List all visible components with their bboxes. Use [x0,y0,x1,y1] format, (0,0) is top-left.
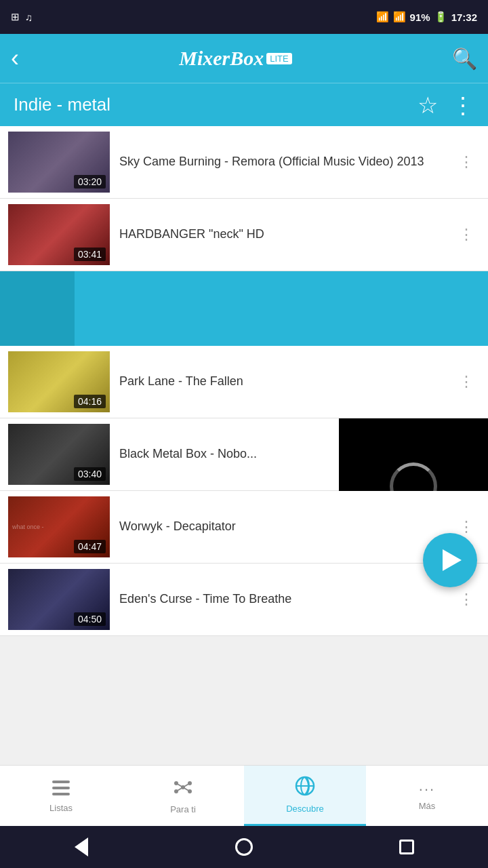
recents-icon [399,840,414,854]
playlist-header: Indie - metal ☆ ⋮ [0,83,488,126]
battery-percent: 91% [410,12,430,23]
track-item[interactable]: 04:16 Park Lane - The Fallen ⋮ [0,346,488,418]
battery-icon: 🔋 [434,11,447,23]
track-title: Eden's Curse - Time To Breathe [110,591,453,608]
wifi-icon: 📶 [376,11,389,23]
track-item[interactable]: 03:40 Black Metal Box - Nobo... ⋮ [0,418,488,491]
track-duration: 04:50 [74,612,106,626]
home-button[interactable] [232,835,256,859]
track-item[interactable]: 04:50 Eden's Curse - Time To Breathe ⋮ [0,564,488,636]
logo: MixerBox LITE [179,47,291,70]
listas-icon [52,779,70,800]
track-list: 03:20 Sky Came Burning - Remora (Officia… [0,126,488,636]
mas-icon: ··· [419,781,435,798]
music-icon: ♫ [25,12,33,23]
track-menu-button[interactable]: ⋮ [453,368,480,396]
status-bar: ⊞ ♫ 📶 📶 91% 🔋 17:32 [0,0,488,34]
track-duration: 04:16 [74,395,106,408]
nav-mas-label: Más [419,801,436,811]
svg-rect-2 [52,793,70,795]
recents-button[interactable] [394,835,419,859]
track-duration: 04:47 [74,540,106,553]
track-thumbnail: 03:40 [8,424,110,485]
track-title: Worwyk - Decapitator [110,518,453,535]
track-duration: 03:41 [74,248,106,261]
descubre-icon [295,776,315,801]
playlist-title: Indie - metal [14,94,110,115]
track-duration: 03:40 [74,467,106,481]
track-item[interactable]: 03:20 Sky Came Burning - Remora (Officia… [0,126,488,199]
nav-listas-label: Listas [49,803,73,813]
logo-text: MixerBox [179,47,264,70]
back-icon [75,837,88,856]
track-thumbnail: what once - 04:47 [8,496,110,557]
sim-icon: 📶 [393,11,406,23]
play-icon [443,549,462,571]
svg-line-8 [176,783,183,787]
search-button[interactable]: 🔍 [452,47,477,71]
nav-listas[interactable]: Listas [0,766,122,826]
track-item[interactable]: 03:41 HARDBANGER "neck" HD ⋮ [0,199,488,271]
svg-line-10 [176,787,183,791]
logo-lite: LITE [266,53,291,64]
back-button[interactable]: ‹ [11,44,19,73]
track-thumbnail: 04:50 [8,569,110,630]
nav-paraTi-label: Para ti [170,804,196,814]
status-right: 📶 📶 91% 🔋 17:32 [376,11,477,23]
clock: 17:32 [451,12,477,23]
track-title: Park Lane - The Fallen [110,373,453,390]
playlist-actions: ☆ ⋮ [418,92,474,119]
top-bar: ‹ MixerBox LITE 🔍 [0,34,488,83]
nav-paraTi[interactable]: Para ti [122,766,244,826]
svg-rect-1 [52,787,70,789]
track-thumbnail: 03:20 [8,132,110,193]
track-thumbnail: 04:16 [8,351,110,412]
favorite-button[interactable]: ☆ [418,92,438,119]
system-nav [0,826,488,868]
notification-icon: ⊞ [11,11,20,23]
track-item-blue [0,271,488,346]
play-button[interactable] [423,533,477,587]
svg-rect-0 [52,781,70,783]
track-thumbnail: 03:41 [8,204,110,265]
svg-line-11 [183,787,190,791]
track-title: Sky Came Burning - Remora (Official Musi… [110,153,453,170]
paraTi-icon [173,778,193,802]
home-icon [235,838,253,856]
track-menu-button[interactable]: ⋮ [453,220,480,249]
track-menu-button[interactable]: ⋮ [453,148,480,176]
nav-descubre-label: Descubre [286,804,324,814]
nav-mas[interactable]: ··· Más [366,766,488,826]
nav-descubre[interactable]: Descubre [244,766,366,826]
track-item[interactable]: what once - 04:47 Worwyk - Decapitator ⋮ [0,491,488,564]
bottom-nav: Listas Para ti [0,765,488,826]
svg-line-9 [183,783,190,787]
more-button[interactable]: ⋮ [451,92,474,119]
track-title: HARDBANGER "neck" HD [110,226,453,243]
track-duration: 03:20 [74,175,106,189]
back-system-button[interactable] [69,835,94,859]
track-menu-button[interactable]: ⋮ [453,585,480,614]
status-icons: ⊞ ♫ [11,11,33,23]
